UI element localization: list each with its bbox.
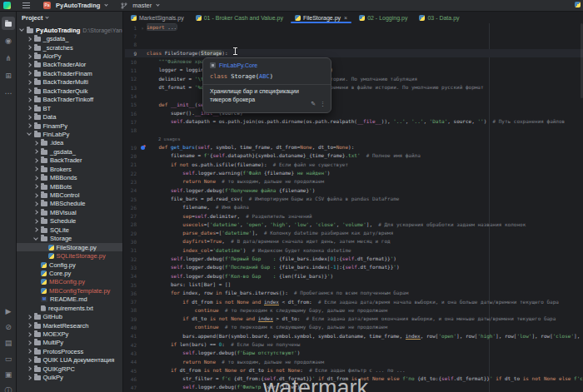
chevron-collapsed-icon[interactable] xyxy=(27,323,32,328)
chevron-collapsed-icon[interactable] xyxy=(27,375,32,380)
tree-item-Core.py[interactable]: Core.py xyxy=(17,269,123,277)
tree-item-SQLiteStorage.py[interactable]: SQLiteStorage.py xyxy=(17,251,123,260)
tree-item-.idea[interactable]: .idea xyxy=(17,139,123,147)
problems-tool-icon[interactable]: ⊘ xyxy=(2,320,15,334)
usages-inlay[interactable]: 2 usages xyxy=(147,136,181,141)
tree-item-ProtosProcess[interactable]: ProtosProcess xyxy=(17,347,123,355)
tree-item-GitHub[interactable]: GitHub xyxy=(17,312,123,320)
tree-item-_gsdata_[interactable]: _gsdata_ xyxy=(17,34,123,42)
tree-item-QUIK-LUA-[interactable]: QUIK LUA документация xyxy=(17,356,123,365)
chevron-collapsed-icon[interactable] xyxy=(27,80,32,85)
chevron-collapsed-icon[interactable] xyxy=(27,315,32,320)
chevron-collapsed-icon[interactable] xyxy=(27,350,32,355)
chevron-collapsed-icon[interactable] xyxy=(33,193,38,198)
project-panel-header[interactable]: Project xyxy=(22,14,48,22)
superclass-link[interactable]: ABC xyxy=(259,73,270,80)
tree-item-_gsdata_[interactable]: _gsdata_ xyxy=(17,147,123,156)
tree-item-FinLabPy[interactable]: FinLabPy xyxy=(17,130,123,138)
version-control-tool-icon[interactable]: ⋔ xyxy=(2,52,15,65)
chevron-collapsed-icon[interactable] xyxy=(33,184,38,189)
tree-item-MBVisual[interactable]: MBVisual xyxy=(17,208,123,216)
tree-item-BackTraderFinam[interactable]: BackTraderFinam xyxy=(17,69,123,77)
tree-item-MBBonds[interactable]: MBBonds xyxy=(17,173,123,181)
override-method-icon[interactable] xyxy=(141,146,145,150)
project-tool-icon[interactable] xyxy=(2,17,15,30)
chevron-collapsed-icon[interactable] xyxy=(27,97,32,102)
editor-tab-MarketSignals.py[interactable]: MarketSignals.py xyxy=(125,12,190,23)
tree-item-BT[interactable]: BT xyxy=(17,104,123,112)
tree-item-MOEXPy[interactable]: MOEXPy xyxy=(17,330,123,338)
tree-item-Config.py[interactable]: Config.py xyxy=(17,261,123,269)
tree-item-QuikPy[interactable]: QuikPy xyxy=(17,374,123,382)
chevron-collapsed-icon[interactable] xyxy=(27,106,32,111)
chevron-collapsed-icon[interactable] xyxy=(27,115,32,120)
tree-item-Storage[interactable]: Storage xyxy=(17,235,123,243)
chevron-collapsed-icon[interactable] xyxy=(27,45,32,50)
close-tab-icon[interactable]: × xyxy=(344,15,347,21)
chevron-collapsed-icon[interactable] xyxy=(27,358,32,363)
editor-tab-01---Broker-Cash-and-Value.py[interactable]: 01 - Broker Cash and Value.py xyxy=(190,12,289,23)
chevron-collapsed-icon[interactable] xyxy=(27,54,32,59)
chevron-collapsed-icon[interactable] xyxy=(33,158,38,163)
tree-item-SQLite[interactable]: SQLite xyxy=(17,226,123,234)
tree-item-Schedule[interactable]: Schedule xyxy=(17,217,123,226)
chevron-collapsed-icon[interactable] xyxy=(27,37,32,42)
tree-item-BackTraderMulti[interactable]: BackTraderMulti xyxy=(17,78,123,87)
chevron-collapsed-icon[interactable] xyxy=(33,211,38,216)
chevron-collapsed-icon[interactable] xyxy=(33,141,38,146)
tree-item-_scratches[interactable]: _scratches xyxy=(17,43,123,52)
tree-item-MBSchedule[interactable]: MBSchedule xyxy=(17,200,123,208)
tree-item-MBConfig.py[interactable]: MBConfig.py xyxy=(17,278,123,286)
tree-item-Data[interactable]: Data xyxy=(17,112,123,121)
chevron-expanded-icon[interactable] xyxy=(27,131,32,136)
tree-item-README.md[interactable]: MREADME.md xyxy=(17,295,123,304)
edit-source-icon[interactable]: ✎ xyxy=(311,101,316,107)
tree-item-BackTraderTinkoff[interactable]: BackTraderTinkoff xyxy=(17,96,123,104)
chevron-collapsed-icon[interactable] xyxy=(33,219,38,224)
chevron-collapsed-icon[interactable] xyxy=(33,201,38,206)
tree-item-PyAutoTrading[interactable]: PyAutoTradingD:\Storage\YandexDisk xyxy=(17,26,123,34)
tree-item-BackTraderAlor[interactable]: BackTraderAlor xyxy=(17,61,123,69)
tree-item-BackTrader[interactable]: BackTrader xyxy=(17,156,123,165)
chevron-collapsed-icon[interactable] xyxy=(33,166,38,171)
chevron-collapsed-icon[interactable] xyxy=(27,340,32,345)
editor-tab-03---Data.py[interactable]: 03 - Data.py xyxy=(413,12,465,23)
chevron-collapsed-icon[interactable] xyxy=(33,150,38,155)
tree-item-QUIKgRPC[interactable]: QUIKgRPC xyxy=(17,365,123,373)
fold-expand-icon[interactable]: › xyxy=(141,25,144,31)
tree-item-AlorPy[interactable]: AlorPy xyxy=(17,52,123,60)
tree-item-MBControl[interactable]: MBControl xyxy=(17,191,123,199)
chevron-collapsed-icon[interactable] xyxy=(27,332,32,337)
tree-item-MultiPy[interactable]: MultiPy xyxy=(17,339,123,347)
tree-item-MarketResearch[interactable]: MarketResearch xyxy=(17,321,123,330)
tree-item-requirements.txt[interactable]: requirements.txt xyxy=(17,304,123,312)
chevron-expanded-icon[interactable] xyxy=(33,236,38,241)
main-menu-button[interactable] xyxy=(22,2,30,8)
chevron-collapsed-icon[interactable] xyxy=(27,88,32,93)
tree-item-BackTraderQuik[interactable]: BackTraderQuik xyxy=(17,87,123,95)
services-tool-icon[interactable]: ▣ xyxy=(2,368,15,381)
structure-tool-icon[interactable]: ⊞ xyxy=(2,69,15,82)
tree-item-MBBots[interactable]: MBBots xyxy=(17,182,123,191)
branch-selector[interactable]: master xyxy=(132,2,152,9)
chevron-collapsed-icon[interactable] xyxy=(33,227,38,232)
editor-tab-FileStorage.py[interactable]: FileStorage.py× xyxy=(289,12,353,23)
doc-module-link[interactable]: FinLabPy.Core xyxy=(219,62,257,68)
tree-item-Brokers[interactable]: Brokers xyxy=(17,165,123,173)
more-options-icon[interactable]: ⋮ xyxy=(320,101,326,107)
terminal-tool-icon[interactable]: ▭ xyxy=(2,352,15,365)
chevron-collapsed-icon[interactable] xyxy=(27,366,32,371)
run-tool-icon[interactable]: ▶ xyxy=(2,305,15,318)
chevron-collapsed-icon[interactable] xyxy=(27,123,32,128)
code-editor[interactable]: 1›import ...789class FileStorage(Storage… xyxy=(125,23,583,392)
editor-tab-02---Logging.py[interactable]: 02 - Logging.py xyxy=(353,12,413,23)
commit-tool-icon[interactable]: ◉ xyxy=(2,34,15,47)
notifications-icon[interactable]: ⓘ xyxy=(2,384,15,392)
chevron-expanded-icon[interactable] xyxy=(19,27,24,32)
chevron-collapsed-icon[interactable] xyxy=(33,176,38,181)
more-tool-windows-icon[interactable]: ⋯ xyxy=(2,87,15,100)
chevron-collapsed-icon[interactable] xyxy=(27,72,32,77)
python-packages-tool-icon[interactable]: ▤ xyxy=(2,336,15,350)
project-selector[interactable]: PyAutoTrading xyxy=(56,2,100,9)
tree-item-FinamPy[interactable]: FinamPy xyxy=(17,122,123,130)
